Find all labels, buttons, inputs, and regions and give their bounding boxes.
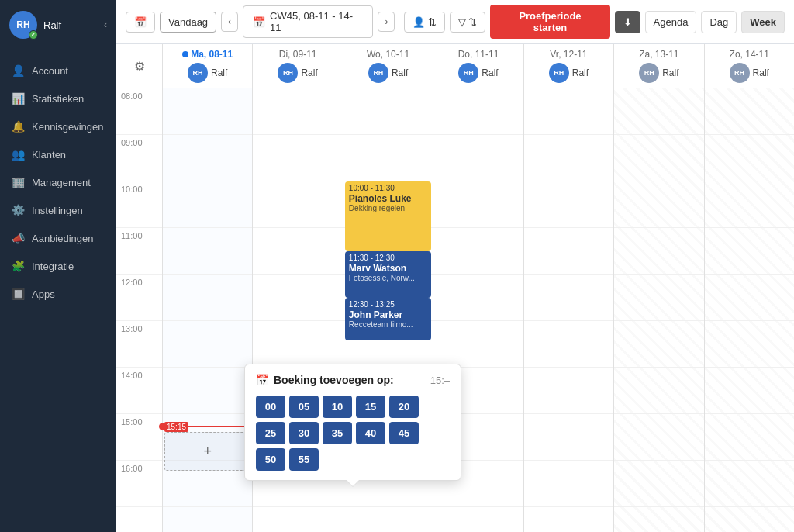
sidebar-item-apps[interactable]: 🔲Apps [0, 280, 116, 308]
time-btn-45[interactable]: 45 [389, 422, 419, 444]
hour-cell[interactable] [705, 414, 794, 461]
sidebar: RH ✓ Ralf ‹ 👤Account📊Statistieken🔔Kennis… [0, 0, 116, 532]
hour-cell[interactable] [705, 181, 794, 228]
hour-cell[interactable] [433, 88, 523, 135]
filter-button[interactable]: ▽ ⇅ [450, 12, 485, 33]
view-week-button[interactable]: Week [741, 11, 785, 33]
hour-cell[interactable] [433, 228, 523, 275]
hour-cell[interactable] [524, 321, 613, 368]
people-filter-arrows: ⇅ [428, 16, 437, 28]
hour-cell[interactable] [705, 228, 794, 275]
hour-cell[interactable] [433, 275, 523, 321]
hour-cell[interactable] [614, 275, 703, 321]
hour-cell[interactable] [253, 135, 342, 181]
day-col-4[interactable] [524, 88, 614, 532]
hour-cell[interactable] [705, 321, 794, 368]
hour-cell[interactable] [163, 275, 252, 321]
sidebar-profile[interactable]: RH ✓ Ralf ‹ [0, 0, 116, 50]
calendar-grid-scroll[interactable]: 08:0009:0010:0011:0012:0013:0014:0015:00… [116, 88, 794, 532]
hour-cell[interactable] [705, 275, 794, 321]
sidebar-item-instellingen[interactable]: ⚙️Instellingen [0, 196, 116, 224]
hour-cell[interactable] [524, 228, 613, 275]
hour-cell[interactable] [163, 88, 252, 135]
hour-cell[interactable] [524, 275, 613, 321]
event-evt2[interactable]: 11:30 - 12:30 Marv Watson Fotosessie, No… [345, 251, 431, 298]
hour-cell[interactable] [163, 228, 252, 275]
time-btn-15[interactable]: 15 [356, 396, 385, 418]
view-day-button[interactable]: Dag [701, 11, 737, 33]
day-col-6[interactable] [705, 88, 794, 532]
hour-cell[interactable] [253, 228, 342, 275]
trial-button[interactable]: Proefperiode starten [490, 5, 609, 39]
add-booking-cell[interactable]: + [164, 432, 250, 471]
calendar-icon-btn[interactable]: 📅 [126, 12, 155, 33]
hour-cell[interactable] [614, 414, 703, 461]
hour-cell[interactable] [524, 181, 613, 228]
hour-cell[interactable] [253, 275, 342, 321]
event-evt1[interactable]: 10:00 - 11:30 Pianoles Luke Dekking rege… [345, 181, 431, 251]
hour-cell[interactable] [705, 368, 794, 414]
hour-cell[interactable] [524, 135, 613, 181]
nav-label-statistieken: Statistieken [32, 93, 84, 105]
hour-cell[interactable] [163, 181, 252, 228]
time-btn-30[interactable]: 30 [289, 422, 319, 444]
hour-cell[interactable] [163, 321, 252, 368]
day-col-0[interactable]: 15:15+ [163, 88, 253, 532]
sidebar-item-management[interactable]: 🏢Management [0, 168, 116, 196]
hour-cell[interactable] [614, 461, 703, 507]
hour-cell[interactable] [163, 368, 252, 414]
time-btn-10[interactable]: 10 [323, 396, 352, 418]
download-button[interactable]: ⬇ [615, 11, 640, 33]
prev-week-button[interactable]: ‹ [221, 12, 238, 32]
sidebar-item-kennisgevingen[interactable]: 🔔Kennisgevingen [0, 112, 116, 140]
hour-cell[interactable] [524, 414, 613, 461]
time-btn-35[interactable]: 35 [323, 422, 352, 444]
hour-cell[interactable] [705, 135, 794, 181]
time-btn-25[interactable]: 25 [256, 422, 285, 444]
hour-cell[interactable] [614, 88, 703, 135]
day-col-5[interactable] [614, 88, 704, 532]
hour-cell[interactable] [614, 228, 703, 275]
sidebar-item-statistieken[interactable]: 📊Statistieken [0, 85, 116, 112]
hour-cell[interactable] [343, 135, 433, 181]
hour-cell[interactable] [253, 88, 342, 135]
hour-cell[interactable] [614, 181, 703, 228]
sidebar-item-account[interactable]: 👤Account [0, 57, 116, 85]
calendar-icon: 📅 [134, 16, 147, 28]
time-btn-50[interactable]: 50 [256, 448, 285, 471]
hour-cell[interactable] [524, 368, 613, 414]
time-btn-20[interactable]: 20 [389, 396, 419, 418]
sidebar-item-integratie[interactable]: 🧩Integratie [0, 252, 116, 280]
sidebar-item-klanten[interactable]: 👥Klanten [0, 140, 116, 168]
sidebar-collapse-icon[interactable]: ‹ [104, 19, 107, 30]
time-btn-55[interactable]: 55 [289, 448, 319, 471]
hour-cell[interactable] [433, 181, 523, 228]
day-avatar-row-5: RH Ralf [620, 63, 697, 83]
hour-cell[interactable] [705, 88, 794, 135]
hour-cell[interactable] [614, 368, 703, 414]
event-evt3[interactable]: 12:30 - 13:25 John Parker Recceteam film… [345, 298, 431, 340]
hour-cell[interactable] [614, 135, 703, 181]
hour-cell[interactable] [163, 135, 252, 181]
nav-icon-account: 👤 [11, 64, 25, 77]
hour-cell[interactable] [433, 135, 523, 181]
hour-cell[interactable] [524, 88, 613, 135]
hour-cell[interactable] [524, 461, 613, 507]
time-btn-40[interactable]: 40 [356, 422, 385, 444]
hour-cell[interactable] [614, 321, 703, 368]
today-button[interactable]: Vandaag [160, 12, 216, 33]
hour-cell[interactable] [433, 321, 523, 368]
time-btn-05[interactable]: 05 [289, 396, 319, 418]
view-agenda-button[interactable]: Agenda [645, 11, 697, 33]
sidebar-item-aanbiedingen[interactable]: 📣Aanbiedingen [0, 224, 116, 252]
settings-gear-icon[interactable]: ⚙ [134, 59, 145, 74]
day-label-1: Di, 09-11 [259, 49, 336, 60]
hour-cell[interactable] [705, 461, 794, 507]
people-filter-button[interactable]: 👤 ⇅ [404, 12, 445, 33]
hour-cell[interactable] [343, 88, 433, 135]
hour-cell[interactable] [253, 181, 342, 228]
time-btn-00[interactable]: 00 [256, 396, 285, 418]
next-week-button[interactable]: › [378, 12, 395, 32]
hour-cell[interactable] [253, 321, 342, 368]
day-avatar-3: RH [458, 63, 478, 83]
